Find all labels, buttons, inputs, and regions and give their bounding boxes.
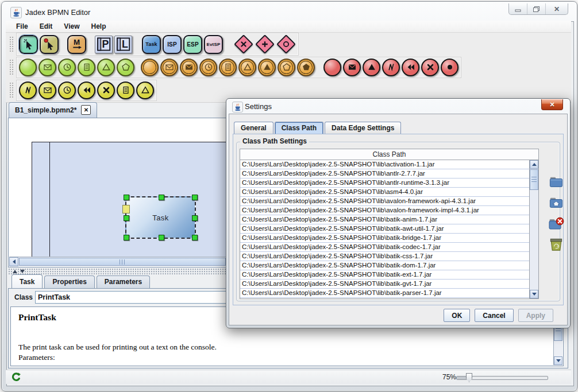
close-button[interactable]: ✕ [545, 3, 568, 14]
start-message-event-button[interactable] [38, 59, 56, 76]
task-tool-button[interactable]: Task [142, 35, 161, 54]
internal-subprocess-tool-button[interactable]: ISP [163, 35, 182, 54]
end-message-event-button[interactable] [343, 59, 361, 76]
table-scroll-down-button[interactable] [530, 290, 538, 298]
menu-edit[interactable]: Edit [34, 21, 59, 32]
select-tool-button[interactable] [19, 35, 38, 54]
intermediate-event-button[interactable] [141, 59, 159, 76]
settings-tab-general[interactable]: General [234, 122, 273, 134]
intermediate-message-throw-event-button[interactable] [180, 59, 198, 76]
title-bar[interactable]: Jadex BPMN Editor ✕ [3, 3, 575, 21]
minimize-button[interactable] [509, 3, 527, 14]
classpath-row[interactable]: C:\Users\Lars\Desktop\jadex-2.5-SNAPSHOT… [240, 261, 530, 270]
message-edge-tool-button[interactable]: M [67, 35, 86, 54]
restore-button[interactable] [527, 3, 545, 14]
classpath-row[interactable]: C:\Users\Lars\Desktop\jadex-2.5-SNAPSHOT… [240, 169, 530, 178]
selection-handle[interactable] [159, 195, 164, 200]
boundary-compensation-event-button[interactable] [78, 81, 95, 99]
end-signal-event-button[interactable] [363, 59, 380, 76]
boundary-cancel-event-button[interactable] [97, 81, 115, 99]
task-edit-marker[interactable] [122, 205, 130, 214]
start-multiple-event-button[interactable] [117, 59, 134, 76]
classpath-row[interactable]: C:\Users\Lars\Desktop\jadex-2.5-SNAPSHOT… [240, 243, 530, 252]
editor-tab[interactable]: B1_simple.bpmn2* ✕ [9, 102, 97, 118]
doc-scroll-down-button[interactable] [554, 356, 562, 365]
table-scrollbar-thumb[interactable] [530, 169, 538, 190]
pool-lane-header[interactable] [32, 142, 50, 259]
add-jar-button[interactable] [547, 174, 565, 192]
settings-tab-class-path[interactable]: Class Path [275, 122, 323, 134]
dialog-close-button[interactable]: ✕ [541, 99, 563, 110]
selection-handle[interactable] [124, 215, 129, 221]
close-tab-icon[interactable]: ✕ [81, 105, 91, 115]
classpath-row[interactable]: C:\Users\Lars\Desktop\jadex-2.5-SNAPSHOT… [240, 252, 530, 261]
start-timer-event-button[interactable] [58, 59, 76, 76]
intermediate-signal-throw-event-button[interactable] [258, 59, 276, 76]
classpath-column-header[interactable]: Class Path [240, 149, 538, 160]
intermediate-rule-event-button[interactable] [219, 59, 237, 76]
end-error-event-button[interactable] [382, 59, 400, 76]
toolbar-drag-handle-icon[interactable] [9, 59, 14, 75]
scroll-left-button[interactable] [9, 257, 18, 266]
lane-tool-button[interactable]: L [114, 36, 132, 53]
toolbar-drag-handle-icon[interactable] [9, 36, 14, 52]
table-scroll-up-button[interactable] [530, 160, 538, 169]
and-gateway-tool-button[interactable] [255, 34, 275, 54]
hscrollbar-thumb[interactable] [19, 258, 226, 266]
start-rule-event-button[interactable] [78, 59, 95, 76]
apply-button[interactable]: Apply [518, 309, 553, 322]
xor-gateway-tool-button[interactable] [234, 34, 253, 54]
clear-all-button[interactable] [547, 236, 565, 254]
end-compensation-event-button[interactable] [402, 59, 419, 76]
boundary-rule-event-button[interactable] [117, 81, 134, 99]
connection-tool-button[interactable] [40, 35, 59, 54]
external-subprocess-tool-button[interactable]: ESP [183, 35, 202, 54]
intermediate-message-event-button[interactable] [160, 59, 178, 76]
tab-properties[interactable]: Properties [44, 275, 94, 288]
or-gateway-tool-button[interactable] [276, 34, 296, 54]
classpath-row[interactable]: C:\Users\Lars\Desktop\jadex-2.5-SNAPSHOT… [240, 215, 530, 224]
classpath-row[interactable]: C:\Users\Lars\Desktop\jadex-2.5-SNAPSHOT… [240, 289, 530, 298]
start-event-button[interactable] [19, 59, 37, 76]
classpath-row[interactable]: C:\Users\Lars\Desktop\jadex-2.5-SNAPSHOT… [240, 270, 530, 280]
boundary-error-event-button[interactable] [19, 81, 37, 99]
boundary-signal-event-button[interactable] [136, 81, 154, 99]
pool-tool-button[interactable]: P [95, 36, 113, 53]
table-vscrollbar[interactable] [529, 160, 538, 298]
end-terminate-event-button[interactable] [441, 59, 458, 76]
intermediate-timer-event-button[interactable] [199, 59, 217, 76]
boundary-message-event-button[interactable] [38, 81, 56, 99]
classpath-row[interactable]: C:\Users\Lars\Desktop\jadex-2.5-SNAPSHOT… [240, 197, 530, 206]
selection-handle[interactable] [192, 235, 198, 240]
classpath-row[interactable]: C:\Users\Lars\Desktop\jadex-2.5-SNAPSHOT… [240, 188, 530, 197]
classpath-row[interactable]: C:\Users\Lars\Desktop\jadex-2.5-SNAPSHOT… [240, 178, 530, 188]
remove-entry-button[interactable] [547, 216, 565, 233]
tab-task[interactable]: Task [11, 274, 43, 288]
end-cancel-event-button[interactable] [421, 59, 439, 76]
menu-help[interactable]: Help [85, 21, 111, 32]
classpath-row[interactable]: C:\Users\Lars\Desktop\jadex-2.5-SNAPSHOT… [240, 224, 530, 234]
toolbar-drag-handle-icon[interactable] [9, 82, 14, 98]
boundary-timer-event-button[interactable] [58, 81, 76, 99]
settings-tab-data-edge-settings[interactable]: Data Edge Settings [325, 122, 401, 134]
selection-handle[interactable] [192, 215, 198, 221]
tab-parameters[interactable]: Parameters [97, 275, 150, 288]
zoom-slider[interactable] [456, 376, 548, 380]
intermediate-multiple-throw-event-button[interactable] [297, 59, 315, 76]
end-event-button[interactable] [323, 59, 341, 76]
intermediate-multiple-event-button[interactable] [278, 59, 295, 76]
menu-file[interactable]: File [10, 21, 34, 32]
classpath-row[interactable]: C:\Users\Lars\Desktop\jadex-2.5-SNAPSHOT… [240, 206, 530, 215]
selection-handle[interactable] [192, 195, 198, 200]
add-home-folder-button[interactable] [547, 195, 565, 212]
collapse-up-icon[interactable] [13, 270, 17, 273]
classpath-row[interactable]: C:\Users\Lars\Desktop\jadex-2.5-SNAPSHOT… [240, 234, 530, 243]
selection-handle[interactable] [159, 235, 164, 240]
intermediate-signal-event-button[interactable] [238, 59, 256, 76]
selection-handle[interactable] [124, 195, 129, 200]
event-subprocess-tool-button[interactable]: EvtSP [204, 35, 223, 54]
zoom-slider-thumb[interactable] [466, 373, 472, 382]
start-signal-event-button[interactable] [97, 59, 115, 76]
cancel-button[interactable]: Cancel [475, 309, 513, 322]
collapse-down-icon[interactable] [20, 270, 25, 273]
